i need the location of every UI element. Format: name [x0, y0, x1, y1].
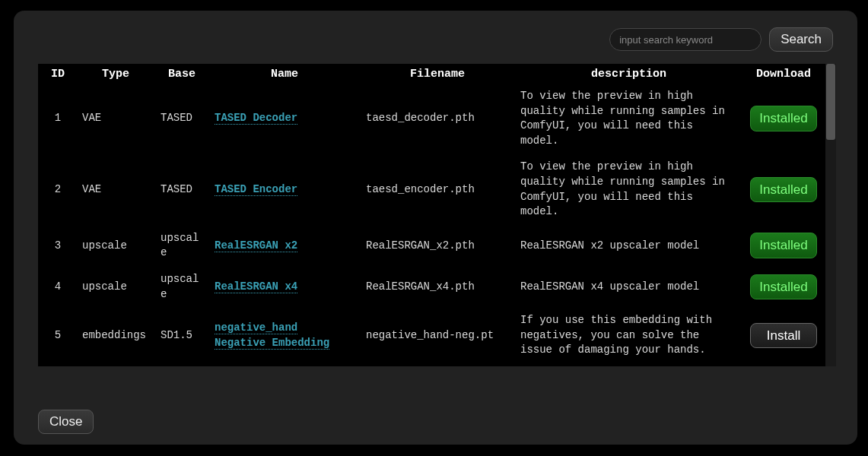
- scrollbar-track[interactable]: [825, 64, 836, 366]
- cell-description: To view the preview in high quality whil…: [516, 84, 742, 153]
- install-button[interactable]: Install: [750, 323, 817, 349]
- cell-download: Install: [744, 365, 823, 366]
- models-table: ID Type Base Name Filename description D…: [38, 64, 825, 366]
- cell-base: TASED: [156, 155, 208, 223]
- cell-id: 5: [40, 309, 75, 363]
- cell-id: 4: [40, 268, 75, 306]
- cell-type: VAE: [78, 84, 154, 153]
- cell-id: 1: [40, 84, 75, 153]
- table-header-row: ID Type Base Name Filename description D…: [40, 66, 823, 82]
- cell-type: embeddings: [78, 309, 154, 363]
- col-header-download: Download: [744, 66, 823, 82]
- table-row: 4upscaleupscale RealESRGAN x4 RealESRGAN…: [40, 268, 823, 306]
- cell-base: TASED: [156, 84, 208, 153]
- cell-name: RealESRGAN x2: [210, 226, 359, 265]
- cell-type: upscale: [78, 268, 154, 306]
- cell-name: negative_hand Negative Embedding: [210, 309, 359, 363]
- cell-filename: RealESRGAN_x4.pth: [361, 268, 513, 306]
- cell-base: SD1.5: [156, 365, 208, 366]
- models-scroll-area: ID Type Base Name Filename description D…: [38, 64, 825, 366]
- model-name-link[interactable]: RealESRGAN x4: [215, 280, 297, 293]
- model-name-link[interactable]: RealESRGAN x2: [215, 239, 297, 252]
- cell-description: RealESRGAN x4 upscaler model: [516, 268, 742, 306]
- cell-type: upscale: [78, 226, 154, 265]
- cell-description: To view the preview in high quality whil…: [516, 155, 742, 223]
- cell-base: upscale: [156, 226, 208, 265]
- installed-button[interactable]: Installed: [750, 106, 817, 131]
- col-header-description: description: [516, 66, 742, 82]
- cell-download: Install: [744, 309, 823, 363]
- cell-filename: negative_hand-neg.pt: [361, 309, 513, 363]
- cell-type: VAE: [78, 155, 154, 223]
- cell-name: bad_prompt Negative Embedding: [210, 365, 359, 366]
- search-input[interactable]: [609, 28, 761, 51]
- installed-button[interactable]: Installed: [750, 233, 817, 258]
- cell-filename: taesd_decoder.pth: [361, 84, 513, 153]
- col-header-name: Name: [210, 66, 359, 82]
- cell-filename: RealESRGAN_x2.pth: [361, 226, 513, 265]
- close-button[interactable]: Close: [38, 410, 94, 434]
- cell-description: The idea behind this embedding was to so…: [516, 365, 742, 366]
- cell-name: RealESRGAN x4: [210, 268, 359, 306]
- table-row: 1VAETASED TASED Decoder taesd_decoder.pt…: [40, 84, 823, 153]
- cell-name: TASED Encoder: [210, 155, 359, 223]
- col-header-id: ID: [40, 66, 75, 82]
- cell-id: 2: [40, 155, 75, 223]
- col-header-type: Type: [78, 66, 154, 82]
- table-row: 2VAETASED TASED Encoder taesd_encoder.pt…: [40, 155, 823, 223]
- cell-base: SD1.5: [156, 309, 208, 363]
- cell-id: 3: [40, 226, 75, 265]
- cell-description: If you use this embedding with negatives…: [516, 309, 742, 363]
- cell-type: embeddings: [78, 365, 154, 366]
- search-button[interactable]: Search: [769, 27, 833, 52]
- cell-description: RealESRGAN x2 upscaler model: [516, 226, 742, 265]
- search-bar: Search: [14, 20, 857, 59]
- cell-id: 6: [40, 365, 75, 366]
- installed-button[interactable]: Installed: [750, 177, 817, 203]
- cell-download: Installed: [744, 268, 823, 306]
- cell-base: upscale: [156, 268, 208, 306]
- cell-download: Installed: [744, 155, 823, 223]
- installed-button[interactable]: Installed: [750, 274, 817, 300]
- cell-filename: taesd_encoder.pth: [361, 155, 513, 223]
- cell-download: Installed: [744, 226, 823, 265]
- col-header-base: Base: [156, 66, 208, 82]
- scrollbar-thumb[interactable]: [826, 64, 835, 140]
- model-manager-dialog: Search ID Type Base Name Filename descri…: [14, 11, 857, 445]
- cell-download: Installed: [744, 84, 823, 153]
- col-header-filename: Filename: [361, 66, 513, 82]
- table-row: 5embeddingsSD1.5 negative_hand Negative …: [40, 309, 823, 363]
- cell-filename: bad_prompt_version2-neg.pt: [361, 365, 513, 366]
- model-name-link[interactable]: TASED Encoder: [215, 183, 297, 196]
- cell-name: TASED Decoder: [210, 84, 359, 153]
- table-row: 6embeddingsSD1.5 bad_prompt Negative Emb…: [40, 365, 823, 366]
- models-table-container: ID Type Base Name Filename description D…: [38, 64, 836, 366]
- model-name-link[interactable]: TASED Decoder: [215, 112, 297, 125]
- table-row: 3upscaleupscale RealESRGAN x2 RealESRGAN…: [40, 226, 823, 265]
- model-name-link[interactable]: negative_hand Negative Embedding: [215, 321, 329, 350]
